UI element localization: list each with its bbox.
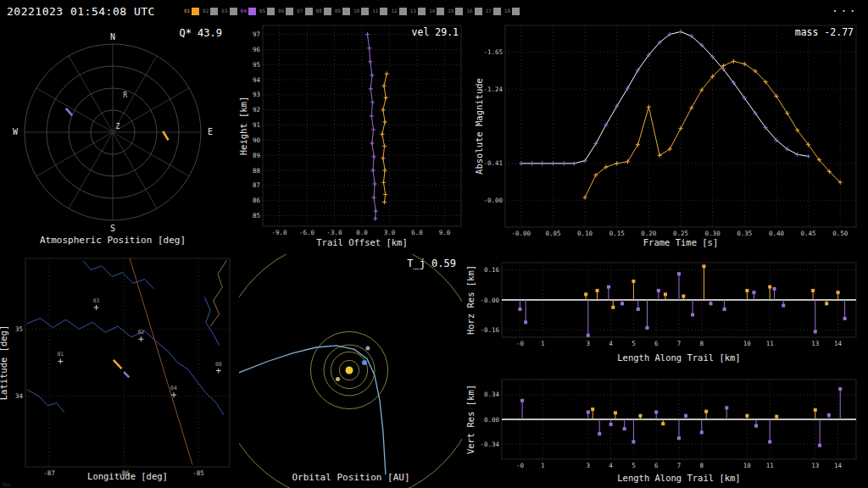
svg-text:T_j 0.59: T_j 0.59 [407,258,456,269]
frame-thumb-05[interactable]: 05 [259,8,275,15]
svg-text:6.0: 6.0 [411,229,423,236]
frame-thumb-14[interactable]: 14 [429,8,444,15]
svg-text:Longitude [deg]: Longitude [deg] [87,471,168,481]
frame-thumb-18[interactable]: 18 [504,8,520,15]
frame-thumbnail-icon [324,8,331,15]
svg-text:5: 5 [632,340,636,347]
svg-text:Orbital Position [AU]: Orbital Position [AU] [292,472,409,483]
frame-thumbnail-icon [455,8,463,15]
frame-thumb-04[interactable]: 04 [241,8,256,15]
frame-number: 04 [241,8,247,14]
svg-text:Latitude [deg]: Latitude [deg] [0,325,8,401]
svg-text:1: 1 [541,462,545,469]
svg-text:-0.16: -0.16 [480,326,499,334]
frame-thumb-09[interactable]: 09 [335,8,350,15]
frame-thumbnail-icon [192,8,199,15]
svg-text:0.16: 0.16 [484,266,500,274]
svg-text:5: 5 [632,462,636,469]
svg-text:4: 4 [609,340,613,347]
frame-thumbnail-icon [267,8,275,15]
frame-thumbnail-icon [230,8,237,15]
svg-text:90: 90 [253,136,261,144]
frame-thumbnail-icon [248,8,256,15]
svg-text:93: 93 [253,91,260,98]
frame-thumb-01[interactable]: 01 [184,8,199,15]
frame-number: 03 [221,8,227,14]
svg-text:8: 8 [700,462,704,469]
svg-text:08: 08 [215,361,222,368]
svg-text:0.10: 0.10 [577,230,593,237]
svg-text:34: 34 [15,392,24,400]
svg-text:-3.0: -3.0 [326,229,342,236]
svg-text:0.15: 0.15 [609,230,625,237]
svg-text:3: 3 [587,340,591,347]
svg-text:14: 14 [834,462,843,469]
svg-text:R: R [123,92,127,99]
frame-number: 07 [297,8,303,14]
frame-thumbnail-icon [286,8,293,15]
frame-number: 18 [504,8,510,14]
residuals-plot: -01345678101113140.16-0.00-0.16Length Al… [462,254,868,488]
svg-text:-9.0: -9.0 [271,229,287,236]
frame-thumb-10[interactable]: 10 [353,8,369,15]
svg-text:0.35: 0.35 [737,230,752,237]
atmospheric-position-plot: NSWEZRQ* 43.9Atmospheric Position [deg] [0,22,239,254]
frame-thumbnail-icon [418,8,426,15]
svg-text:88: 88 [253,167,261,175]
ground-map-plot: -87-86-853435Longitude [deg]Latitude [de… [0,254,239,488]
svg-text:03: 03 [93,297,100,304]
frame-thumb-08[interactable]: 08 [316,8,331,15]
orbital-position-plot: T_j 0.59Orbital Position [AU] [239,254,462,488]
frame-thumb-11[interactable]: 11 [372,8,387,15]
light-curve-panel: -0.000.050.100.150.200.250.300.350.400.4… [475,22,868,254]
svg-text:-0: -0 [516,340,525,347]
svg-text:E: E [208,127,213,136]
svg-text:-0.41: -0.41 [483,159,503,167]
frame-thumb-16[interactable]: 16 [466,8,481,15]
svg-text:6: 6 [654,462,659,469]
svg-text:Length Along Trail [km]: Length Along Trail [km] [617,473,740,483]
svg-text:-1.65: -1.65 [483,48,503,56]
frame-number: 10 [353,8,359,14]
frame-number: 11 [372,8,378,14]
frame-thumb-06[interactable]: 06 [278,8,293,15]
svg-text:3.0: 3.0 [384,229,396,236]
frame-number: 06 [278,8,284,14]
frame-thumbnail-icon [361,8,369,15]
svg-text:N: N [110,32,115,42]
svg-text:0.00: 0.00 [484,416,500,424]
svg-text:Vert Res [km]: Vert Res [km] [465,385,476,454]
frame-thumb-13[interactable]: 13 [410,8,426,15]
frame-thumb-12[interactable]: 12 [391,8,406,15]
svg-text:Atmospheric Position [deg]: Atmospheric Position [deg] [40,235,186,246]
svg-text:-0.34: -0.34 [480,441,499,448]
svg-text:mass -2.77: mass -2.77 [795,26,854,38]
frame-thumb-02[interactable]: 02 [203,8,218,15]
frame-thumb-15[interactable]: 15 [448,8,463,15]
svg-text:-0.00: -0.00 [483,197,503,204]
frame-thumb-17[interactable]: 17 [486,8,501,15]
atmospheric-position-panel: NSWEZRQ* 43.9Atmospheric Position [deg] [0,22,239,254]
menu-dots-icon[interactable]: ... [832,1,858,14]
svg-text:85: 85 [253,212,260,219]
svg-text:91: 91 [253,121,260,129]
timestamp: 20221023 01:54:08 UTC [7,5,155,18]
svg-text:13: 13 [811,340,819,347]
svg-text:0.40: 0.40 [769,230,785,237]
trail-offset-panel: -9.0-6.0-3.00.03.06.09.08586878889909192… [239,22,475,254]
svg-text:8: 8 [700,340,704,347]
frame-thumb-07[interactable]: 07 [297,8,312,15]
frame-thumbnail-icon [399,8,407,15]
frame-thumbnail-icon [493,8,501,15]
frame-number: 01 [184,8,190,14]
svg-text:7: 7 [677,340,682,347]
svg-text:S: S [110,224,115,233]
svg-text:W: W [13,127,19,136]
frame-number: 12 [391,8,397,14]
svg-text:10: 10 [743,340,752,347]
svg-text:01: 01 [57,351,64,358]
svg-text:-87: -87 [43,469,55,477]
frame-number: 15 [448,8,453,14]
frame-thumbnail-icon [342,8,350,15]
frame-thumb-03[interactable]: 03 [221,8,236,15]
